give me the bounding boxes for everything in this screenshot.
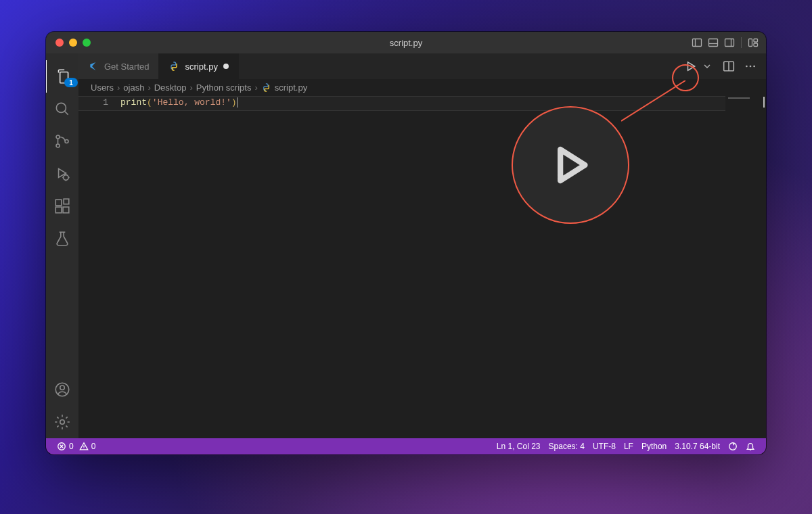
dirty-indicator-icon xyxy=(223,64,229,69)
svg-point-31 xyxy=(750,66,752,68)
layout-sidebar-right-icon[interactable] xyxy=(723,37,736,49)
svg-rect-8 xyxy=(754,43,758,47)
layout-panel-icon[interactable] xyxy=(707,37,719,49)
workbench-body: 1 xyxy=(46,53,766,438)
tab-get-started[interactable]: Get Started xyxy=(78,53,159,79)
layout-sidebar-left-icon[interactable] xyxy=(691,37,703,49)
window-title: script.py xyxy=(390,38,422,48)
svg-point-26 xyxy=(60,420,65,425)
divider xyxy=(741,37,742,48)
status-bar: 0 0 Ln 1, Col 23 Spaces: 4 UTF-8 LF Pyth… xyxy=(46,438,766,454)
line-number: 1 xyxy=(78,96,108,110)
svg-rect-22 xyxy=(63,207,69,213)
svg-rect-6 xyxy=(749,39,752,47)
svg-rect-0 xyxy=(693,39,702,47)
titlebar: script.py xyxy=(46,32,766,53)
breadcrumb-segment[interactable]: Python scripts xyxy=(196,83,252,93)
breadcrumb-segment[interactable]: ojash xyxy=(123,83,144,93)
status-cursor-position[interactable]: Ln 1, Col 23 xyxy=(493,442,545,451)
activity-explorer[interactable]: 1 xyxy=(46,60,79,93)
activity-search[interactable] xyxy=(46,93,78,125)
text-cursor xyxy=(237,97,238,108)
python-icon xyxy=(168,61,179,72)
vscode-icon xyxy=(88,61,99,72)
svg-rect-4 xyxy=(725,39,734,47)
code-editor[interactable]: 1 print('Hello, world!') xyxy=(78,95,766,438)
breadcrumb[interactable]: Users› ojash› Desktop› Python scripts› s… xyxy=(78,79,766,95)
svg-rect-2 xyxy=(709,39,718,47)
svg-point-25 xyxy=(60,386,65,390)
tab-label: script.py xyxy=(185,62,217,72)
status-encoding[interactable]: UTF-8 xyxy=(589,442,620,451)
status-feedback[interactable] xyxy=(724,442,742,451)
layout-customize-icon[interactable] xyxy=(747,37,759,49)
svg-point-38 xyxy=(729,443,737,450)
svg-rect-20 xyxy=(55,200,62,206)
tab-actions xyxy=(683,53,766,79)
activity-extensions[interactable] xyxy=(46,190,78,223)
svg-marker-27 xyxy=(688,62,695,70)
code-content[interactable]: print('Hello, world!') xyxy=(120,95,725,438)
run-button[interactable] xyxy=(683,59,698,74)
breadcrumb-segment[interactable]: Desktop xyxy=(154,83,187,93)
status-notifications[interactable] xyxy=(742,442,759,451)
minimap-cursor-icon xyxy=(763,97,765,108)
svg-point-15 xyxy=(64,175,69,181)
editor-group: Get Started script.py xyxy=(78,53,766,438)
activity-run-debug[interactable] xyxy=(46,158,78,190)
status-language[interactable]: Python xyxy=(637,442,671,451)
svg-point-30 xyxy=(746,66,748,68)
tab-label: Get Started xyxy=(104,62,149,72)
activity-testing[interactable] xyxy=(46,223,78,255)
svg-marker-14 xyxy=(59,168,66,177)
status-interpreter[interactable]: 3.10.7 64-bit xyxy=(671,442,724,451)
svg-rect-23 xyxy=(64,199,69,204)
window-controls xyxy=(55,39,91,47)
svg-rect-7 xyxy=(754,39,758,43)
python-icon xyxy=(261,83,271,93)
svg-point-39 xyxy=(734,448,734,448)
activity-accounts[interactable] xyxy=(46,373,78,406)
status-warnings[interactable]: 0 xyxy=(75,442,100,451)
svg-point-11 xyxy=(56,135,60,139)
status-eol[interactable]: LF xyxy=(620,442,637,451)
more-actions-button[interactable] xyxy=(743,59,758,74)
minimap[interactable] xyxy=(725,95,766,438)
tab-script-py[interactable]: script.py xyxy=(159,53,238,79)
vscode-window: script.py 1 xyxy=(46,32,766,454)
svg-point-32 xyxy=(753,66,755,68)
breadcrumb-segment[interactable]: Users xyxy=(91,83,114,93)
minimap-line xyxy=(728,97,750,99)
activity-source-control[interactable] xyxy=(46,125,78,158)
svg-rect-21 xyxy=(55,207,62,213)
svg-point-12 xyxy=(56,144,60,147)
breadcrumb-segment[interactable]: script.py xyxy=(275,83,307,93)
status-errors[interactable]: 0 xyxy=(53,442,78,451)
status-indentation[interactable]: Spaces: 4 xyxy=(545,442,589,451)
activity-bar: 1 xyxy=(46,53,78,438)
close-window-button[interactable] xyxy=(55,39,64,47)
explorer-badge: 1 xyxy=(64,78,78,87)
split-editor-button[interactable] xyxy=(721,59,736,74)
code-line[interactable]: print('Hello, world!') xyxy=(120,96,725,110)
svg-line-10 xyxy=(64,111,68,114)
run-menu-button[interactable] xyxy=(700,59,715,74)
svg-point-9 xyxy=(56,103,66,112)
status-value: 0 xyxy=(69,442,74,451)
tabs-row: Get Started script.py xyxy=(78,53,766,79)
titlebar-layout-controls xyxy=(691,37,759,49)
activity-settings[interactable] xyxy=(46,406,78,438)
svg-point-13 xyxy=(65,140,68,143)
minimize-window-button[interactable] xyxy=(69,39,77,47)
gutter: 1 xyxy=(78,95,120,438)
status-value: 0 xyxy=(91,442,96,451)
fullscreen-window-button[interactable] xyxy=(83,39,91,47)
